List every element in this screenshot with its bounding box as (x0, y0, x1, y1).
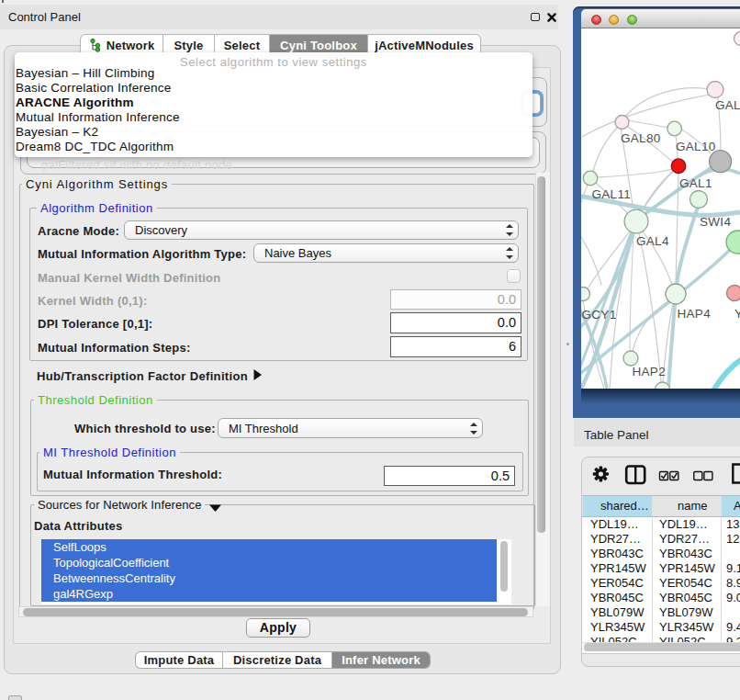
svg-text:GAL11: GAL11 (592, 187, 632, 201)
svg-text:YJ: YJ (734, 307, 740, 321)
svg-text:GAL2: GAL2 (715, 98, 740, 112)
svg-text:HAP2: HAP2 (633, 365, 666, 378)
svg-text:GAL4: GAL4 (636, 234, 669, 248)
svg-text:GCY1: GCY1 (582, 308, 617, 322)
svg-text:GAL80: GAL80 (621, 131, 661, 145)
svg-text:GAL10: GAL10 (676, 140, 716, 153)
svg-text:HAP4: HAP4 (678, 307, 712, 321)
svg-text:GAL1: GAL1 (679, 176, 712, 190)
svg-text:SWI4: SWI4 (700, 215, 731, 229)
